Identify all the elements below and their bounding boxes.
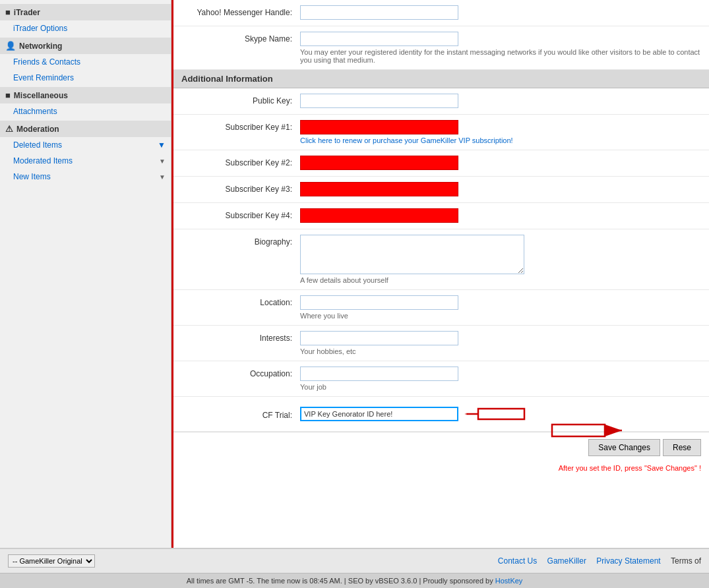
save-hint: After you set the ID, press "Save Change… — [173, 463, 709, 476]
sidebar-moderation-header: ⚠ Moderation — [0, 121, 171, 137]
main-area: ■ iTrader iTrader Options 👤 Networking F… — [0, 0, 709, 548]
subscriber-key4-label: Subscriber Key #4: — [181, 208, 300, 220]
subscriber-key4-wrap — [300, 208, 701, 223]
occupation-input[interactable] — [300, 367, 458, 381]
location-input[interactable] — [300, 295, 458, 310]
sidebar-item-deleted-items[interactable]: Deleted Items ▼ — [0, 137, 171, 153]
gamekiller-link[interactable]: GameKiller — [547, 556, 586, 566]
location-label: Location: — [181, 295, 300, 307]
sidebar-item-moderated-items[interactable]: Moderated Items ▼ — [0, 153, 171, 169]
yahoo-row: Yahoo! Messenger Handle: — [173, 0, 709, 26]
biography-textarea[interactable] — [300, 235, 524, 274]
occupation-row: Occupation: Your job — [173, 361, 709, 397]
sidebar: ■ iTrader iTrader Options 👤 Networking F… — [0, 0, 171, 548]
interests-input[interactable] — [300, 331, 458, 345]
save-arrow-annotation — [551, 421, 623, 442]
public-key-row: Public Key: — [173, 88, 709, 115]
hostkey-link[interactable]: HostKey — [495, 577, 523, 585]
footer-bottom-text: All times are GMT -5. The time now is 08… — [187, 577, 493, 585]
public-key-input[interactable] — [300, 94, 458, 108]
subscriber-key2-row: Subscriber Key #2: — [173, 150, 709, 177]
itrader-icon: ■ — [5, 7, 11, 17]
subscriber-key4-input[interactable] — [300, 208, 458, 223]
moderated-arrow: ▼ — [159, 158, 166, 165]
sidebar-miscellaneous-header: ■ Miscellaneous — [0, 87, 171, 103]
sidebar-item-itrader-options[interactable]: iTrader Options — [0, 20, 171, 36]
occupation-label: Occupation: — [181, 367, 300, 378]
location-hint: Where you live — [300, 312, 701, 320]
button-row: Save Changes Rese — [173, 432, 709, 463]
subscriber-key1-row: Subscriber Key #1: Click here to renew o… — [173, 115, 709, 150]
skype-control-wrap: You may enter your registered identity f… — [300, 32, 701, 64]
interests-hint: Your hobbies, etc — [300, 347, 701, 355]
sidebar-item-attachments[interactable]: Attachments — [0, 103, 171, 119]
subscriber-key3-input[interactable] — [300, 182, 458, 196]
new-items-arrow: ▼ — [159, 173, 166, 181]
yahoo-control-wrap — [300, 5, 701, 20]
footer-bottom: All times are GMT -5. The time now is 08… — [0, 573, 709, 588]
sidebar-item-friends-contacts[interactable]: Friends & Contacts — [0, 54, 171, 70]
here-link[interactable]: here — [318, 136, 332, 144]
contact-us-link[interactable]: Contact Us — [498, 556, 537, 566]
skype-input[interactable] — [300, 32, 458, 46]
public-key-label: Public Key: — [181, 94, 300, 105]
cf-trial-wrap — [300, 402, 701, 426]
location-wrap: Where you live — [300, 295, 701, 320]
skype-row: Skype Name: You may enter your registere… — [173, 26, 709, 70]
sidebar-item-event-reminders[interactable]: Event Reminders — [0, 70, 171, 86]
sidebar-networking-header: 👤 Networking — [0, 38, 171, 54]
button-area: Save Changes Rese After you set the ID, … — [173, 432, 709, 476]
subscriber-key2-input[interactable] — [300, 156, 458, 170]
additional-info-section: Additional Information — [173, 70, 709, 88]
skype-label: Skype Name: — [181, 32, 300, 44]
svg-rect-4 — [552, 425, 605, 436]
main-content: Yahoo! Messenger Handle: Skype Name: You… — [171, 0, 709, 548]
footer-links: Contact Us GameKiller Privacy Statement … — [490, 556, 701, 566]
interests-wrap: Your hobbies, etc — [300, 331, 701, 355]
subscriber-key4-row: Subscriber Key #4: — [173, 203, 709, 229]
occupation-wrap: Your job — [300, 367, 701, 391]
subscriber-key2-label: Subscriber Key #2: — [181, 156, 300, 167]
im-hint: You may enter your registered identity f… — [300, 48, 701, 64]
biography-wrap: A few details about yourself — [300, 235, 701, 284]
moderation-icon: ⚠ — [5, 124, 13, 134]
cf-trial-arrow — [465, 402, 531, 426]
terms-of-text: Terms of — [671, 556, 701, 566]
page-wrapper: ■ iTrader iTrader Options 👤 Networking F… — [0, 0, 709, 588]
yahoo-label: Yahoo! Messenger Handle: — [181, 5, 300, 17]
subscriber-key3-wrap — [300, 182, 701, 196]
deleted-arrow: ▼ — [158, 140, 166, 150]
interests-row: Interests: Your hobbies, etc — [173, 326, 709, 361]
biography-label: Biography: — [181, 235, 300, 247]
sidebar-itrader-header: ■ iTrader — [0, 4, 171, 20]
subscriber-key3-label: Subscriber Key #3: — [181, 182, 300, 194]
interests-label: Interests: — [181, 331, 300, 343]
cf-trial-row: CF Trial: — [173, 397, 709, 432]
footer-theme-row: -- GameKiller Original Contact Us GameKi… — [0, 548, 709, 573]
biography-hint: A few details about yourself — [300, 276, 701, 284]
reset-button[interactable]: Rese — [663, 439, 701, 456]
yahoo-input[interactable] — [300, 5, 458, 20]
svg-rect-1 — [478, 409, 524, 419]
subscriber-key1-input[interactable] — [300, 120, 458, 134]
sidebar-item-new-items[interactable]: New Items ▼ — [0, 169, 171, 185]
cf-trial-input[interactable] — [300, 407, 458, 421]
cf-trial-label: CF Trial: — [181, 408, 300, 420]
theme-select[interactable]: -- GameKiller Original — [8, 554, 95, 568]
misc-icon: ■ — [5, 90, 11, 100]
subscriber-key1-hint: Click here to renew or purchase your Gam… — [300, 136, 701, 144]
subscriber-key2-wrap — [300, 156, 701, 170]
privacy-link[interactable]: Privacy Statement — [596, 556, 660, 566]
subscriber-key3-row: Subscriber Key #3: — [173, 177, 709, 203]
subscriber-key1-wrap: Click here to renew or purchase your Gam… — [300, 120, 701, 144]
location-row: Location: Where you live — [173, 290, 709, 326]
subscriber-key1-label: Subscriber Key #1: — [181, 120, 300, 132]
biography-row: Biography: A few details about yourself — [173, 229, 709, 290]
occupation-hint: Your job — [300, 383, 701, 391]
public-key-wrap — [300, 94, 701, 108]
networking-icon: 👤 — [5, 41, 16, 51]
